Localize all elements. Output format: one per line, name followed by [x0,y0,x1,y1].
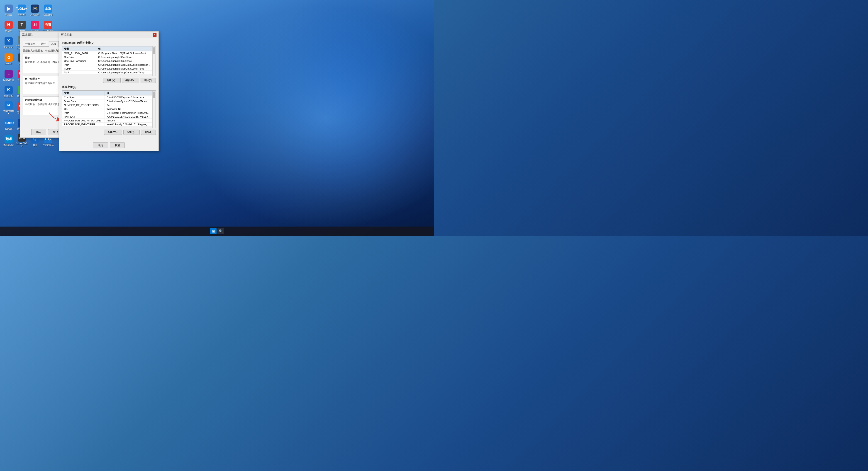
sys-vars-buttons: 新建(W)... 编辑(I)... 删除(L) [62,130,156,135]
envvar-footer: 确定 取消 [59,140,158,150]
svar-name: OS [62,107,105,111]
user-vars-table-container: 变量 值 MOZ_PLUGIN_PATH C:\Program Files (x… [62,46,156,76]
desktop-icon-translate[interactable]: 翻译 腾讯翻译君 [2,133,15,148]
svar-name: PROCESSOR_ARCHITECTURE [62,119,105,123]
sys-var-header-name: 变量 [62,91,105,96]
uvar-name: TEMP [62,67,96,71]
svar-val: C:\Program Files\Common Files\Oracle\Jav… [105,111,152,115]
svar-val: Windows_NT [105,107,152,111]
sys-vars-scroll-area: 变量 值 ComSpec C:\WINDOWS\system32\cmd.exe… [62,91,152,128]
uvar-name: OneDrive [62,55,96,59]
table-row[interactable]: PROCESSOR_IDENTIFIER Intel64 Family 6 Mo… [62,123,152,126]
user-var-header-val: 值 [96,46,152,52]
uvar-name: MOZ_PLUGIN_PATH [62,52,96,55]
taskbar: ⊞ 🔍 [0,227,434,236]
sys-edit-btn[interactable]: 编辑(I)... [123,130,140,135]
svar-name: ComSpec [62,96,105,99]
desktop-icon-kugou[interactable]: K 酷狗音乐 [2,84,15,100]
tab-advanced[interactable]: 高级 [49,41,59,47]
table-row[interactable]: OS Windows_NT [62,107,152,111]
svar-val: C:\Windows\System32\Drivers\DriverData [105,99,152,103]
user-vars-scrollbar[interactable] [152,46,156,76]
table-row[interactable]: DriverData C:\Windows\System32\Drivers\D… [62,99,152,103]
table-row[interactable]: Path C:\Users\liuguanglei\AppData\Local\… [62,63,152,67]
envvar-titlebar: 环境变量 ✕ [59,32,158,38]
env-variables-dialog: 环境变量 ✕ liuguanglei 的用户变量(U) 变量 值 [59,31,159,151]
sys-delete-btn[interactable]: 删除(L) [141,130,156,135]
desktop-icon-wecom[interactable]: 企业 企业微信 [42,2,55,18]
desktop-icon-videohui[interactable]: ▶ 视频会 [2,2,15,18]
user-vars-scroll-area: 变量 值 MOZ_PLUGIN_PATH C:\Program Files (x… [62,46,152,76]
svar-name: PROCESSOR_IDENTIFIER [62,123,105,126]
svar-name: NUMBER_OF_PROCESSORS [62,103,105,107]
sysprop-ok-btn[interactable]: 确定 [31,129,46,135]
uvar-val: C:\Users\liuguanglei\AppData\Local\Temp [96,67,152,71]
table-row[interactable]: PROCESSOR_ARCHITECTURE AMD64 [62,119,152,123]
table-row[interactable]: TEMP C:\Users\liuguanglei\AppData\Local\… [62,67,152,71]
envvar-title: 环境变量 [61,33,153,37]
sys-vars-table-container: 变量 值 ComSpec C:\WINDOWS\system32\cmd.exe… [62,90,156,128]
uvar-val: C:\Users\liuguanglei\OneDrive [96,55,152,59]
table-row[interactable]: NUMBER_OF_PROCESSORS 24 [62,103,152,107]
envvar-content: liuguanglei 的用户变量(U) 变量 值 MOZ_PLUGIN_PAT… [59,38,158,140]
envvar-controls: ✕ [153,33,157,37]
sys-vars-scrollbar[interactable] [152,91,156,128]
user-var-header-name: 变量 [62,46,96,52]
desktop-icon-notepad[interactable]: N 笔记本 [2,19,15,34]
tab-computer-name[interactable]: 计算机名 [23,41,38,46]
sys-vars-table: 变量 值 ComSpec C:\WINDOWS\system32\cmd.exe… [62,91,152,126]
svar-val: 24 [105,103,152,107]
taskbar-start-btn[interactable]: ⊞ [210,228,217,234]
sys-var-header-val: 值 [105,91,152,96]
table-row[interactable]: OneDriveConsumer C:\Users\liuguanglei\On… [62,59,152,63]
svar-name: Path [62,111,105,115]
table-row[interactable]: PATHEXT .COM;.EXE;.BAT;.CMD;.VBS;.VBE;.J… [62,115,152,119]
envvar-cancel-btn[interactable]: 取消 [110,142,125,148]
sys-vars-scrollbar-thumb [153,92,155,98]
uvar-val: C:\Users\liuguanglei\OneDrive [96,59,152,63]
uvar-name: TMP [62,71,96,74]
svar-val: .COM;.EXE;.BAT;.CMD;.VBS;.VBE;.JS;.JSE;.… [105,115,152,119]
desktop-icon-tencent-game[interactable]: 🎮 腾讯游戏 [29,2,41,18]
uvar-val: C:\Users\liuguanglei\AppData\Local\Temp [96,71,152,74]
user-vars-table: 变量 值 MOZ_PLUGIN_PATH C:\Program Files (x… [62,46,152,74]
uvar-name: OneDriveConsumer [62,59,96,63]
tab-hardware[interactable]: 硬件 [38,41,48,46]
envvar-close-btn[interactable]: ✕ [153,33,157,37]
uvar-val: C:\Program Files (x86)\Foxit Software\Fo… [96,52,152,55]
sys-vars-title: 系统变量(S) [62,85,156,89]
desktop-icon-xmanager[interactable]: X Xmanager [2,35,15,51]
table-row[interactable]: TMP C:\Users\liuguanglei\AppData\Local\T… [62,71,152,74]
svar-name: PATHEXT [62,115,105,119]
user-vars-buttons: 新建(N)... 编辑(E)... 删除(D) [62,78,156,83]
user-delete-btn[interactable]: 删除(D) [141,78,156,83]
user-vars-scrollbar-thumb [153,47,155,54]
desktop-icon-mindmaster[interactable]: M MindMaster [2,100,15,116]
table-row[interactable]: MOZ_PLUGIN_PATH C:\Program Files (x86)\F… [62,52,152,55]
svar-val: C:\WINDOWS\system32\cmd.exe [105,96,152,99]
sys-new-btn[interactable]: 新建(W)... [104,130,122,135]
desktop-icon-todesk[interactable]: ToDesk ToDesk [2,116,15,132]
svar-val: Intel64 Family 6 Model 151 Stepping 2, G… [105,123,152,126]
uvar-name: Path [62,63,96,67]
desktop-icon-drawio[interactable]: d draw.io [2,51,15,67]
uvar-val: C:\Users\liuguanglei\AppData\Local\Micro… [96,63,152,67]
desktop-icon-todlex[interactable]: ToDLex ToDLex [16,2,28,18]
table-row[interactable]: OneDrive C:\Users\liuguanglei\OneDrive [62,55,152,59]
envvar-ok-btn[interactable]: 确定 [93,142,108,148]
taskbar-search[interactable]: 🔍 [217,228,224,234]
table-row[interactable]: ComSpec C:\WINDOWS\system32\cmd.exe [62,96,152,99]
user-new-btn[interactable]: 新建(N)... [103,78,120,83]
svar-name: DriverData [62,99,105,103]
table-row[interactable]: Path C:\Program Files\Common Files\Oracl… [62,111,152,115]
user-edit-btn[interactable]: 编辑(E)... [122,78,139,83]
svar-val: AMD64 [105,119,152,123]
user-vars-title: liuguanglei 的用户变量(U) [62,41,156,45]
desktop-icon-everything[interactable]: E Everything [2,68,15,83]
